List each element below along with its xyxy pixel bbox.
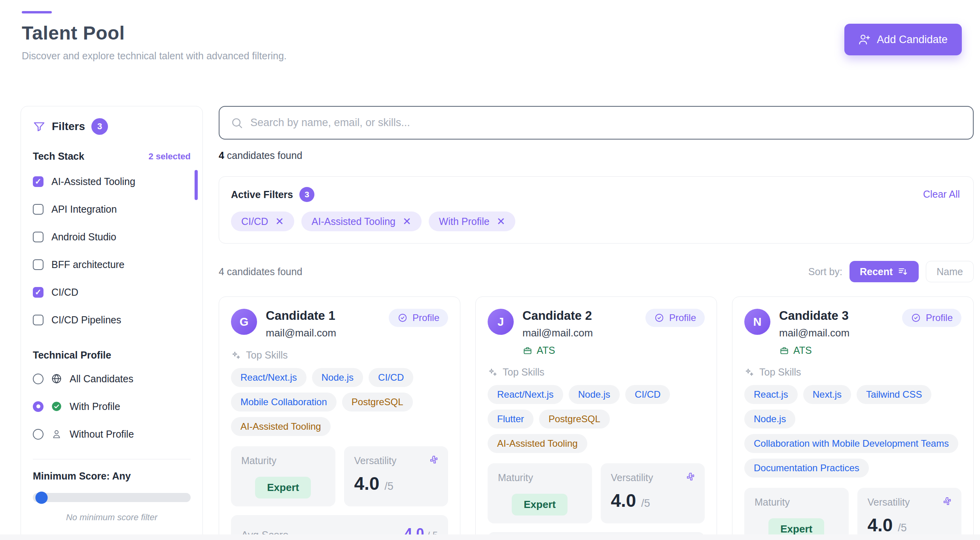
- top-skills-label-row: Top Skills: [744, 366, 961, 378]
- active-filters-card: Active Filters 3 Clear All CI/CD ✕ AI-As…: [219, 176, 974, 244]
- found-label: 4 candidates found: [219, 266, 302, 278]
- globe-icon: [51, 373, 62, 385]
- add-candidate-button[interactable]: Add Candidate: [844, 24, 962, 55]
- skill-chip: Flutter: [488, 410, 534, 429]
- ats-badge: ATS: [522, 345, 593, 356]
- candidate-cards: G Candidate 1 mail@mail.com Profile: [219, 296, 974, 540]
- sort-recent-button[interactable]: Recent: [849, 261, 919, 282]
- profile-badge: Profile: [645, 309, 705, 327]
- scrollbar-thumb[interactable]: [195, 170, 198, 200]
- option-label: CI/CD Pipelines: [51, 314, 121, 326]
- divider: [33, 459, 191, 459]
- versatility-box: Versatility 4.0 /5: [344, 446, 448, 506]
- remove-filter-icon[interactable]: ✕: [497, 216, 505, 227]
- tech-stack-option-android-studio[interactable]: Android Studio: [33, 223, 191, 251]
- checkbox[interactable]: [33, 232, 44, 242]
- search-icon: [231, 117, 243, 129]
- search-input[interactable]: [250, 117, 962, 129]
- radio[interactable]: [33, 374, 44, 384]
- filters-count-badge: 3: [91, 118, 108, 135]
- sparkles-icon: [744, 367, 755, 378]
- sort-row: 4 candidates found Sort by: Recent Name: [219, 261, 974, 282]
- active-filters-header: Active Filters 3: [231, 187, 961, 202]
- active-filter-chip-cicd: CI/CD ✕: [231, 211, 294, 231]
- card-header: G Candidate 1 mail@mail.com Profile: [231, 309, 448, 339]
- maturity-box: Maturity Expert: [488, 463, 592, 523]
- briefcase-icon: [779, 346, 789, 356]
- tech-stack-option-ai-assisted-tooling[interactable]: AI-Assisted Tooling: [33, 168, 191, 195]
- profile-option-without-profile[interactable]: Without Profile: [33, 420, 191, 448]
- skill-chip: Collaboration with Mobile Development Te…: [744, 434, 958, 453]
- tech-stack-selected-count: 2 selected: [149, 151, 191, 162]
- maturity-box: Maturity Expert: [231, 446, 335, 506]
- results-count-suffix: candidates found: [224, 150, 302, 161]
- ats-label: ATS: [793, 345, 812, 356]
- bottom-strip: [0, 534, 980, 540]
- skills-list: React/Next.js Node.js CI/CD Flutter Post…: [488, 385, 705, 453]
- checkbox[interactable]: [33, 287, 44, 298]
- versatility-value: 4.0 /5: [868, 514, 952, 536]
- technical-profile-options: All Candidates With Profile: [33, 365, 191, 448]
- skill-chip: Node.js: [312, 368, 363, 387]
- radio[interactable]: [33, 429, 44, 440]
- tech-stack-option-cicd-pipelines[interactable]: CI/CD Pipelines: [33, 306, 191, 334]
- skill-chip: React/Next.js: [231, 368, 306, 387]
- card-header: N Candidate 3 mail@mail.com ATS: [744, 309, 961, 356]
- minimum-score-title: Minimum Score: Any: [33, 470, 191, 482]
- radio[interactable]: [33, 401, 44, 412]
- top-skills-label: Top Skills: [503, 366, 545, 378]
- slider-thumb[interactable]: [36, 491, 48, 504]
- clear-all-button[interactable]: Clear All: [923, 189, 960, 200]
- card-header: J Candidate 2 mail@mail.com ATS: [488, 309, 705, 356]
- metrics: Maturity Expert Versatility 4.0 /5: [231, 446, 448, 506]
- filters-header: Filters 3: [33, 118, 191, 135]
- search-bar: [219, 106, 974, 140]
- skill-chip: Node.js: [744, 410, 795, 429]
- ats-label: ATS: [537, 345, 555, 356]
- checkbox[interactable]: [33, 176, 44, 187]
- tech-stack-title: Tech Stack: [33, 151, 84, 162]
- remove-filter-icon[interactable]: ✕: [403, 216, 411, 227]
- active-filters-count-badge: 3: [299, 187, 314, 202]
- profile-option-all-candidates[interactable]: All Candidates: [33, 365, 191, 393]
- tech-stack-option-cicd[interactable]: CI/CD: [33, 278, 191, 306]
- candidate-email: mail@mail.com: [779, 327, 849, 339]
- versatility-box: Versatility 4.0 /5: [857, 488, 962, 540]
- profile-badge-label: Profile: [926, 312, 953, 323]
- tech-stack-options: AI-Assisted Tooling API Integration Andr…: [33, 168, 191, 334]
- versatility-value: 4.0 /5: [611, 490, 695, 511]
- chip-label: AI-Assisted Tooling: [312, 216, 395, 227]
- checkbox[interactable]: [33, 204, 44, 215]
- profile-badge-label: Profile: [412, 312, 439, 323]
- checkbox[interactable]: [33, 259, 44, 270]
- badge-check-icon: [654, 313, 664, 323]
- sort-name-button[interactable]: Name: [926, 261, 974, 282]
- checkbox[interactable]: [33, 315, 44, 325]
- versatility-label: Versatility: [611, 472, 695, 483]
- option-label: API Integration: [51, 204, 117, 215]
- candidate-card-2[interactable]: J Candidate 2 mail@mail.com ATS: [475, 296, 717, 540]
- avatar: N: [744, 309, 770, 335]
- remove-filter-icon[interactable]: ✕: [275, 216, 284, 227]
- tech-stack-option-api-integration[interactable]: API Integration: [33, 195, 191, 223]
- sort-descending-icon: [897, 266, 908, 277]
- accent-line: [22, 11, 52, 13]
- candidate-card-1[interactable]: G Candidate 1 mail@mail.com Profile: [219, 296, 460, 540]
- sort-group: Sort by: Recent Name: [808, 261, 974, 282]
- minimum-score-slider[interactable]: [33, 493, 191, 502]
- versatility-box: Versatility 4.0 /5: [601, 463, 705, 523]
- chip-label: CI/CD: [241, 216, 268, 227]
- skill-chip: AI-Assisted Tooling: [231, 417, 331, 436]
- talent-pool-page: Talent Pool Discover and explore technic…: [0, 0, 980, 540]
- skill-chip: Tailwind CSS: [857, 385, 931, 404]
- option-label: Without Profile: [70, 429, 134, 440]
- briefcase-icon: [522, 346, 533, 356]
- profile-option-with-profile[interactable]: With Profile: [33, 393, 191, 420]
- profile-badge: Profile: [389, 309, 448, 327]
- tech-stack-option-bff-architecture[interactable]: BFF architecture: [33, 251, 191, 278]
- puzzle-icon: [428, 454, 439, 465]
- candidate-card-3[interactable]: N Candidate 3 mail@mail.com ATS: [732, 296, 974, 540]
- skills-list: React/Next.js Node.js CI/CD Mobile Colla…: [231, 368, 448, 436]
- filter-funnel-icon: [33, 120, 45, 133]
- maturity-box: Maturity Expert: [744, 488, 849, 540]
